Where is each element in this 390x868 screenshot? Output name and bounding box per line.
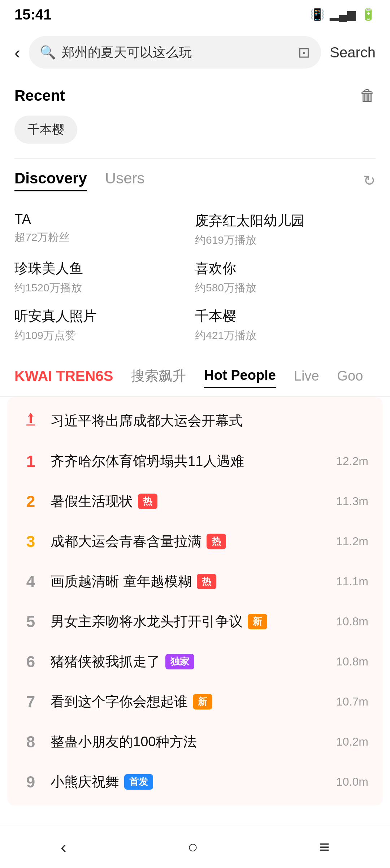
trend-text-2: 暑假生活现状 热 <box>51 492 321 511</box>
back-button[interactable]: ‹ <box>14 43 20 62</box>
trend-item-3[interactable]: 3 成都大运会青春含量拉满 热 11.2m <box>7 521 383 561</box>
recent-header: Recent 🗑 <box>14 87 376 105</box>
trend-rank-1: 1 <box>22 452 40 470</box>
discovery-item-title-5: 千本樱 <box>195 307 376 325</box>
badge-new-7: 新 <box>193 694 212 709</box>
scan-icon[interactable]: ⊡ <box>298 44 310 61</box>
trend-tab-sousuo[interactable]: 搜索飙升 <box>131 367 186 389</box>
discovery-item-4[interactable]: 听安真人照片 约109万点赞 <box>14 301 195 349</box>
recent-title: Recent <box>14 87 65 104</box>
trend-rank-6: 6 <box>22 653 40 671</box>
discovery-item-sub-5: 约421万播放 <box>195 328 376 343</box>
trending-tabs: KWAI TREN6S 搜索飙升 Hot People Live Goo <box>0 360 390 397</box>
badge-hot-2: 热 <box>138 494 157 509</box>
discovery-grid: TA 超72万粉丝 废弃红太阳幼儿园 约619万播放 珍珠美人鱼 约1520万播… <box>0 199 390 356</box>
trend-item-4[interactable]: 4 画质越清晰 童年越模糊 热 11.1m <box>7 561 383 602</box>
trend-text-6: 猪猪侠被我抓走了 独家 <box>51 652 321 671</box>
discovery-item-sub-4: 约109万点赞 <box>14 328 195 343</box>
nav-menu-button[interactable]: ≡ <box>319 837 329 857</box>
discovery-item-title-1: 废弃红太阳幼儿园 <box>195 212 376 230</box>
trend-count-2: 11.3m <box>332 495 368 508</box>
tabs-left: Discovery Users <box>14 170 144 191</box>
trend-item-6[interactable]: 6 猪猪侠被我抓走了 独家 10.8m <box>7 642 383 682</box>
search-icon: 🔍 <box>40 45 56 60</box>
nav-home-button[interactable]: ○ <box>187 837 198 857</box>
trend-item-9[interactable]: 9 小熊庆祝舞 首发 10.0m <box>7 762 383 802</box>
trend-rank-2: 2 <box>22 492 40 511</box>
trend-rank-3: 3 <box>22 533 40 551</box>
trend-tab-goo[interactable]: Goo <box>337 368 363 387</box>
refresh-button[interactable]: ↻ <box>363 172 376 189</box>
trend-rank-9: 9 <box>22 773 40 791</box>
trend-text-8: 整蛊小朋友的100种方法 <box>51 733 321 751</box>
discovery-tabs-row: Discovery Users ↻ <box>0 162 390 199</box>
trend-item-7[interactable]: 7 看到这个字你会想起谁 新 10.7m <box>7 682 383 722</box>
trend-count-4: 11.1m <box>332 575 368 588</box>
trend-tab-live[interactable]: Live <box>294 368 319 387</box>
discovery-item-3[interactable]: 喜欢你 约580万播放 <box>195 253 376 301</box>
trend-tab-kwai[interactable]: KWAI TREN6S <box>14 368 113 388</box>
trend-rank-5: 5 <box>22 613 40 631</box>
recent-tag-0[interactable]: 千本樱 <box>14 116 77 144</box>
trend-count-1: 12.2m <box>332 455 368 468</box>
trend-item-5[interactable]: 5 男女主亲吻将水龙头打开引争议 新 10.8m <box>7 602 383 642</box>
battery-icon: 🔋 <box>361 8 376 21</box>
search-input-wrap[interactable]: 🔍 ⊡ <box>29 36 321 69</box>
discovery-item-1[interactable]: 废弃红太阳幼儿园 约619万播放 <box>195 206 376 253</box>
trend-text-3: 成都大运会青春含量拉满 热 <box>51 532 321 551</box>
badge-new-5: 新 <box>248 614 267 629</box>
trend-item-2[interactable]: 2 暑假生活现状 热 11.3m <box>7 481 383 521</box>
trend-text-7: 看到这个字你会想起谁 新 <box>51 693 321 711</box>
trend-text-9: 小熊庆祝舞 首发 <box>51 773 321 791</box>
discovery-item-sub-3: 约580万播放 <box>195 281 376 295</box>
bottom-nav: ‹ ○ ≡ <box>0 825 390 868</box>
trend-item-pin[interactable]: 习近平将出席成都大运会开幕式 <box>7 400 383 441</box>
discovery-item-5[interactable]: 千本樱 约421万播放 <box>195 301 376 349</box>
nav-back-button[interactable]: ‹ <box>61 837 66 857</box>
discovery-item-title-4: 听安真人照片 <box>14 307 195 325</box>
trend-item-1[interactable]: 1 齐齐哈尔体育馆坍塌共11人遇难 12.2m <box>7 441 383 481</box>
tab-users[interactable]: Users <box>105 170 145 191</box>
discovery-item-2[interactable]: 珍珠美人鱼 约1520万播放 <box>14 253 195 301</box>
discovery-item-sub-1: 约619万播放 <box>195 233 376 248</box>
search-button[interactable]: Search <box>330 44 376 61</box>
badge-hot-3: 热 <box>207 534 226 549</box>
discovery-item-title-0: TA <box>14 212 195 227</box>
discovery-item-sub-2: 约1520万播放 <box>14 281 195 295</box>
trend-text-1: 齐齐哈尔体育馆坍塌共11人遇难 <box>51 452 321 470</box>
trend-count-5: 10.8m <box>332 615 368 628</box>
badge-exclusive-6: 独家 <box>165 654 194 669</box>
status-bar: 15:41 📳 ▂▄▆ 🔋 <box>0 0 390 29</box>
recent-tags: 千本樱 <box>14 116 376 144</box>
vibrate-icon: 📳 <box>310 8 325 21</box>
discovery-item-sub-0: 超72万粉丝 <box>14 230 195 245</box>
discovery-item-title-3: 喜欢你 <box>195 259 376 278</box>
trend-tab-hot-people[interactable]: Hot People <box>204 368 276 388</box>
trend-rank-4: 4 <box>22 573 40 591</box>
svg-rect-1 <box>30 416 32 423</box>
badge-hot-4: 热 <box>197 574 216 589</box>
search-input[interactable] <box>62 45 292 60</box>
search-bar-row: ‹ 🔍 ⊡ Search <box>0 29 390 76</box>
recent-section: Recent 🗑 千本樱 <box>0 76 390 144</box>
trend-rank-7: 7 <box>22 693 40 711</box>
status-time: 15:41 <box>14 6 51 23</box>
trend-item-8[interactable]: 8 整蛊小朋友的100种方法 10.2m <box>7 722 383 762</box>
trend-rank-8: 8 <box>22 733 40 751</box>
trend-count-8: 10.2m <box>332 735 368 748</box>
delete-recent-button[interactable]: 🗑 <box>360 87 376 105</box>
trend-count-7: 10.7m <box>332 695 368 708</box>
trend-rank-pin <box>22 411 40 430</box>
status-icons: 📳 ▂▄▆ 🔋 <box>310 8 376 21</box>
divider-1 <box>14 158 376 159</box>
trend-text-pin: 习近平将出席成都大运会开幕式 <box>51 412 321 430</box>
trend-count-9: 10.0m <box>332 775 368 789</box>
discovery-item-0[interactable]: TA 超72万粉丝 <box>14 206 195 253</box>
tab-discovery[interactable]: Discovery <box>14 170 87 191</box>
discovery-item-title-2: 珍珠美人鱼 <box>14 259 195 278</box>
badge-first-9: 首发 <box>124 774 153 790</box>
trend-count-3: 11.2m <box>332 535 368 548</box>
trend-count-6: 10.8m <box>332 655 368 668</box>
trend-text-5: 男女主亲吻将水龙头打开引争议 新 <box>51 612 321 631</box>
trending-list: 习近平将出席成都大运会开幕式 1 齐齐哈尔体育馆坍塌共11人遇难 12.2m 2… <box>7 397 383 806</box>
